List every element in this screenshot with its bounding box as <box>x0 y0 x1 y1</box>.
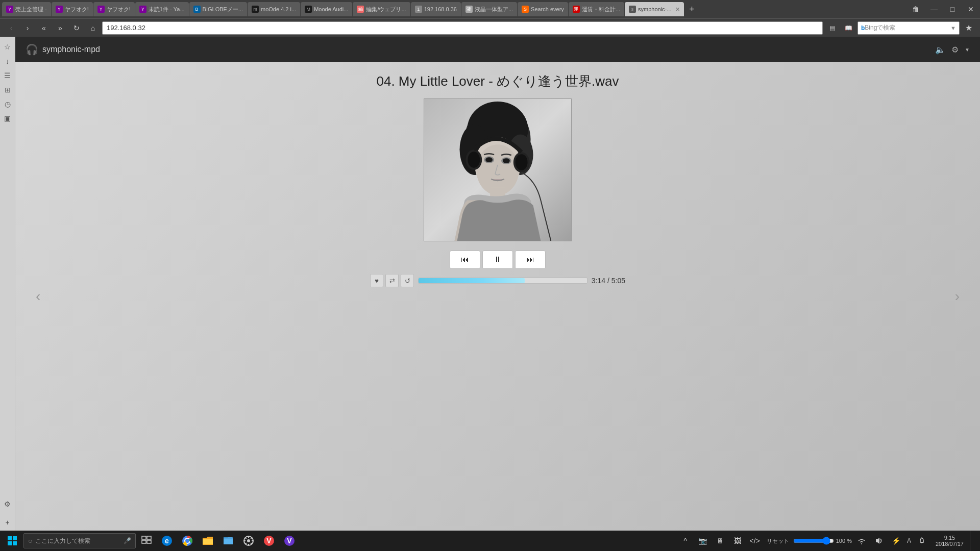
tab-biglobe[interactable]: B BIGLOBEメー... <box>189 2 247 16</box>
repeat-button[interactable]: ↺ <box>401 274 414 287</box>
reading-list-icon[interactable]: 📖 <box>841 21 855 35</box>
tab-symphonic[interactable]: s symphonic-... ✕ <box>625 2 684 16</box>
home-button[interactable]: ⌂ <box>86 21 100 35</box>
vivaldi-icon2[interactable]: V <box>280 531 299 551</box>
svg-rect-17 <box>13 536 17 540</box>
code-icon[interactable]: </> <box>747 531 763 551</box>
start-button[interactable] <box>2 531 22 551</box>
close-button[interactable]: ✕ <box>964 2 978 16</box>
headphone-icon: 🎧 <box>26 43 38 56</box>
sidebar-add-icon[interactable]: + <box>2 516 14 529</box>
prev-track-arrow[interactable]: ‹ <box>31 283 45 310</box>
sidebar-recent-icon[interactable]: ◷ <box>2 98 14 110</box>
file-manager-icon[interactable] <box>218 531 238 551</box>
sidebar-collections-icon[interactable]: ⊞ <box>2 84 14 96</box>
tab-moode1[interactable]: m moOde 4.2 i... <box>248 2 300 16</box>
forward-button[interactable]: › <box>20 21 35 35</box>
sidebar-tabs-icon[interactable]: ▣ <box>2 112 14 124</box>
notification-bell[interactable] <box>914 531 929 551</box>
tab-label: ヤフオク! <box>107 6 131 13</box>
settings-dropdown-icon[interactable]: ▼ <box>965 47 970 53</box>
svg-rect-21 <box>147 536 151 539</box>
tab-favicon: Y <box>139 6 146 13</box>
progress-row: ♥ ⇄ ↺ 3:14 / 5:05 <box>370 274 625 287</box>
ime-icon[interactable]: A <box>906 531 912 551</box>
monitor-icon[interactable]: 🖥 <box>713 531 728 551</box>
minimize-button[interactable]: — <box>927 2 941 16</box>
search-placeholder: Bingで検索 <box>865 23 895 32</box>
tab-yahoo3[interactable]: Y ヤフオク! <box>93 2 135 16</box>
track-title: 04. My Little Lover - めぐり逢う世界.wav <box>377 72 619 90</box>
prev-button[interactable]: ⏮ <box>450 251 480 269</box>
microphone-icon[interactable]: 🎤 <box>124 537 131 544</box>
favorite-button[interactable]: ♥ <box>370 274 383 287</box>
maximize-button[interactable]: □ <box>945 2 960 16</box>
tab-yahoo4[interactable]: Y 未読1件 - Ya... <box>135 2 189 16</box>
tab-favicon: Y <box>56 6 63 13</box>
tab-shipping[interactable]: 運 運賃・料金計... <box>569 2 624 16</box>
camera-icon[interactable]: 📷 <box>695 531 710 551</box>
shuffle-button[interactable]: ⇄ <box>385 274 399 287</box>
refresh-button[interactable]: ↻ <box>69 21 84 35</box>
chrome-icon[interactable] <box>178 531 197 551</box>
search-dropdown-icon[interactable]: ▼ <box>950 25 956 31</box>
search-box[interactable]: b Bingで検索 ▼ <box>857 21 960 35</box>
bookmark-prev-button[interactable]: » <box>53 21 67 35</box>
volume-tray-icon[interactable] <box>871 531 887 551</box>
volume-icon[interactable]: 🔈 <box>935 45 945 55</box>
reset-label[interactable]: リセット <box>765 531 791 551</box>
taskbar: ○ ここに入力して検索 🎤 e <box>0 531 980 551</box>
file-explorer-icon[interactable] <box>198 531 217 551</box>
favorites-icon[interactable]: ★ <box>962 21 976 35</box>
settings-icon[interactable]: ⚙ <box>951 45 959 55</box>
tab-label: moOde 4.2 i... <box>261 6 296 12</box>
vivaldi-icon1[interactable]: V <box>259 531 279 551</box>
home-prev-button[interactable]: « <box>37 21 51 35</box>
svg-text:e: e <box>165 537 169 545</box>
network-icon[interactable] <box>854 531 869 551</box>
svg-point-15 <box>516 154 528 170</box>
tab-search[interactable]: S Search every <box>518 2 568 16</box>
reader-mode-icon[interactable]: ▤ <box>825 21 839 35</box>
tab-ip[interactable]: 1 192.168.0.36 <box>411 2 461 16</box>
task-view-button[interactable] <box>137 531 156 551</box>
svg-point-6 <box>476 144 519 195</box>
svg-rect-16 <box>8 536 12 540</box>
tab-favicon: Y <box>6 6 13 13</box>
tab-label: symphonic-... <box>638 6 671 12</box>
tab-yahoo2[interactable]: Y ヤフオク! <box>52 2 93 16</box>
settings-gear-icon[interactable] <box>239 531 258 551</box>
tab-lcd[interactable]: 液 液晶一体型ア... <box>461 2 517 16</box>
browser-chrome: Y 売上全管理 - Y ヤフオク! Y ヤフオク! Y 未読1件 - Ya...… <box>0 0 980 37</box>
taskbar-search[interactable]: ○ ここに入力して検索 🎤 <box>23 533 136 548</box>
sidebar-download-icon[interactable]: ↓ <box>2 55 14 67</box>
back-button[interactable]: ‹ <box>4 21 18 35</box>
zoom-slider[interactable] <box>793 537 834 545</box>
sidebar-settings-icon[interactable]: ⚙ <box>2 498 14 510</box>
pause-button[interactable]: ⏸ <box>482 251 513 269</box>
edge-icon[interactable]: e <box>157 531 177 551</box>
sidebar-favorites-icon[interactable]: ☆ <box>2 41 14 53</box>
tab-moode2[interactable]: M Moode Audi... <box>301 2 352 16</box>
tab-bar: Y 売上全管理 - Y ヤフオク! Y ヤフオク! Y 未読1件 - Ya...… <box>0 0 980 18</box>
progress-bar[interactable] <box>418 278 587 284</box>
tab-webri[interactable]: 編 編集/ウェブリ... <box>353 2 410 16</box>
next-button[interactable]: ⏭ <box>515 251 546 269</box>
next-track-arrow[interactable]: › <box>950 283 965 310</box>
tab-close-icon[interactable]: ✕ <box>675 6 680 13</box>
tab-trash-icon[interactable]: 🗑 <box>909 2 923 16</box>
tab-yahoo1[interactable]: Y 売上全管理 - <box>2 2 51 16</box>
address-input[interactable] <box>102 21 823 35</box>
player-logo: 🎧 symphonic-mpd <box>26 43 100 56</box>
address-bar: ‹ › « » ↻ ⌂ ▤ 📖 b Bingで検索 ▼ ★ <box>0 18 980 37</box>
show-desktop-button[interactable] <box>970 531 974 551</box>
show-hidden-icons[interactable]: ^ <box>678 531 693 551</box>
power-icon[interactable]: ⚡ <box>889 531 904 551</box>
sidebar-history-icon[interactable]: ☰ <box>2 69 14 82</box>
bing-logo: b <box>861 24 865 32</box>
browser-sidebar: ☆ ↓ ☰ ⊞ ◷ ▣ ⚙ + <box>0 37 15 531</box>
new-tab-button[interactable]: + <box>684 2 699 16</box>
taskbar-clock[interactable]: 9:15 2018/07/17 <box>932 535 968 547</box>
photo-icon[interactable]: 🖼 <box>730 531 745 551</box>
tab-favicon: S <box>522 6 529 13</box>
